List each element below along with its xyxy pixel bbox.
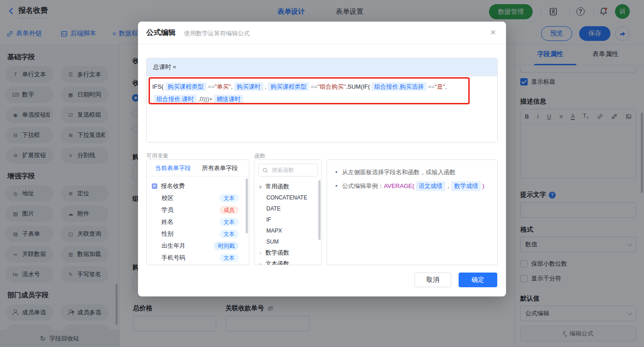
formula-token: == bbox=[428, 83, 435, 90]
variable-tree: 报名收费 校区文本学员成员姓名文本性别文本出生年月时间戳手机号码文本 bbox=[147, 176, 249, 265]
tip-example: 公式编辑举例：AVERAGE(语文成绩,数学成绩) bbox=[342, 181, 484, 191]
functions-label: 函数 bbox=[254, 152, 265, 160]
document-icon bbox=[151, 183, 158, 189]
variable-item[interactable]: 姓名文本 bbox=[151, 216, 244, 228]
formula-token: "组合购买" bbox=[317, 83, 345, 90]
field-token: 购买课程类型 bbox=[268, 82, 309, 91]
formula-token: == bbox=[208, 83, 215, 90]
formula-token: , bbox=[231, 83, 233, 90]
close-icon[interactable]: × bbox=[490, 27, 496, 38]
function-item[interactable]: DATE bbox=[258, 203, 318, 214]
function-item[interactable]: SUM bbox=[258, 236, 318, 247]
function-group[interactable]: ∨常用函数 bbox=[258, 181, 318, 192]
field-token: 数学成绩 bbox=[451, 181, 481, 191]
field-token: 赠送课时 bbox=[214, 95, 243, 103]
bullet: • bbox=[335, 181, 338, 191]
formula-token: SUM(IF( bbox=[347, 83, 370, 90]
functions-panel: ∨常用函数CONCATENATEDATEIFMAPXSUM›数学函数›文本函数 bbox=[254, 159, 322, 265]
tip-example-line: • 公式编辑举例：AVERAGE(语文成绩,数学成绩) bbox=[335, 181, 489, 191]
form-root-label: 报名收费 bbox=[161, 182, 185, 190]
functions-scrollbar[interactable] bbox=[318, 180, 321, 240]
function-group[interactable]: ›数学函数 bbox=[258, 247, 318, 258]
formula-token: , bbox=[265, 83, 267, 90]
variable-name: 性别 bbox=[161, 230, 173, 238]
formula-token: "单买" bbox=[215, 83, 231, 90]
bullet: • bbox=[335, 167, 338, 177]
variables-tabs: 当前表单字段 所有表单字段 bbox=[147, 160, 249, 176]
tip-line: • 从左侧面板选择字段名和函数，或输入函数 bbox=[335, 167, 489, 177]
example-part: , bbox=[448, 182, 449, 189]
function-group-label: 数学函数 bbox=[265, 249, 289, 257]
variable-name: 学员 bbox=[161, 206, 173, 214]
formula-edit-modal: 公式编辑 使用数学运算符编辑公式 × 总课时 = IFS(购买课程类型=="单买… bbox=[138, 22, 506, 296]
variable-type-badge: 文本 bbox=[219, 254, 239, 262]
variable-name: 出生年月 bbox=[161, 242, 185, 250]
field-token: 组合报价.购买选择 bbox=[371, 82, 426, 91]
variable-type-badge: 文本 bbox=[219, 194, 239, 202]
formula-token: IFS( bbox=[152, 83, 164, 90]
chevron-right-icon: › bbox=[258, 261, 263, 265]
formula-token: "是" bbox=[435, 83, 445, 90]
field-token: 购买课程类型 bbox=[165, 82, 207, 91]
variable-name: 校区 bbox=[161, 194, 173, 202]
modal-subtitle: 使用数学运算符编辑公式 bbox=[184, 29, 250, 38]
variable-list: 校区文本学员成员姓名文本性别文本出生年月时间戳手机号码文本 bbox=[151, 192, 244, 264]
tip-text: 从左侧面板选择字段名和函数，或输入函数 bbox=[342, 167, 456, 177]
function-search-box bbox=[258, 164, 318, 176]
variable-type-badge: 文本 bbox=[219, 230, 239, 238]
field-token: 购买课时 bbox=[234, 82, 264, 91]
formula-example: AVERAGE(语文成绩,数学成绩) bbox=[384, 182, 484, 189]
variable-type-badge: 成员 bbox=[219, 206, 239, 214]
chevron-down-icon: ∨ bbox=[258, 184, 263, 190]
variables-scrollbar[interactable] bbox=[246, 178, 248, 233]
cancel-button[interactable]: 取消 bbox=[414, 273, 451, 287]
variable-item[interactable]: 性别文本 bbox=[151, 228, 244, 240]
function-item[interactable]: CONCATENATE bbox=[258, 192, 318, 203]
formula-token: == bbox=[310, 83, 317, 90]
variables-panel: 当前表单字段 所有表单字段 报名收费 校区文本学员成员姓名文本性别文本出生年月时… bbox=[146, 159, 249, 265]
function-group-label: 常用函数 bbox=[265, 182, 289, 191]
function-group-label: 文本函数 bbox=[265, 260, 289, 265]
variables-label: 可用变量 bbox=[146, 152, 168, 160]
formula-box: 总课时 = IFS(购买课程类型=="单买",购买课时,购买课程类型=="组合购… bbox=[146, 58, 498, 142]
function-tree: ∨常用函数CONCATENATEDATEIFMAPXSUM›数学函数›文本函数 bbox=[254, 180, 322, 265]
function-item[interactable]: IF bbox=[258, 214, 318, 225]
field-token: 语文成绩 bbox=[416, 181, 445, 191]
confirm-button[interactable]: 确定 bbox=[459, 273, 497, 287]
formula-line: IFS(购买课程类型=="单买",购买课时,购买课程类型=="组合购买",SUM… bbox=[152, 80, 492, 93]
formula-token: ,0)))+ bbox=[198, 96, 213, 102]
variable-item[interactable]: 学员成员 bbox=[151, 204, 244, 216]
formula-help-panel: • 从左侧面板选择字段名和函数，或输入函数 • 公式编辑举例：AVERAGE(语… bbox=[327, 159, 498, 265]
function-item[interactable]: MAPX bbox=[258, 225, 318, 236]
variable-name: 手机号码 bbox=[161, 254, 185, 262]
example-prefix: 公式编辑举例： bbox=[342, 182, 384, 189]
function-search-input[interactable] bbox=[271, 166, 312, 174]
variable-item[interactable]: 校区文本 bbox=[151, 192, 244, 204]
tab-all-form-fields[interactable]: 所有表单字段 bbox=[202, 164, 238, 172]
formula-line: 组合报价.课时,0)))+赠送课时 bbox=[152, 93, 492, 105]
chevron-right-icon: › bbox=[258, 250, 263, 256]
tab-current-form-fields[interactable]: 当前表单字段 bbox=[155, 164, 191, 172]
example-part: AVERAGE( bbox=[384, 182, 414, 189]
variable-item[interactable]: 手机号码文本 bbox=[151, 252, 244, 264]
formula-result-label: 总课时 = bbox=[147, 58, 497, 76]
search-icon bbox=[262, 167, 268, 173]
field-token: 组合报价.课时 bbox=[154, 95, 197, 103]
formula-token: , bbox=[445, 83, 447, 90]
function-group[interactable]: ›文本函数 bbox=[258, 258, 318, 265]
variable-type-badge: 时间戳 bbox=[214, 242, 239, 250]
variable-name: 姓名 bbox=[161, 218, 173, 226]
variable-type-badge: 文本 bbox=[219, 218, 239, 226]
app: 报名收费 表单设计 表单设置 数据管理 ? 训 bbox=[0, 0, 644, 347]
modal-header: 公式编辑 使用数学运算符编辑公式 × bbox=[138, 22, 506, 44]
modal-title: 公式编辑 bbox=[146, 28, 176, 38]
formula-editor[interactable]: IFS(购买课程类型=="单买",购买课时,购买课程类型=="组合购买",SUM… bbox=[147, 76, 497, 142]
example-part: ) bbox=[482, 182, 484, 189]
form-root-node[interactable]: 报名收费 bbox=[151, 180, 244, 192]
variable-item[interactable]: 出生年月时间戳 bbox=[151, 240, 244, 252]
formula-lines: IFS(购买课程类型=="单买",购买课时,购买课程类型=="组合购买",SUM… bbox=[152, 80, 492, 105]
